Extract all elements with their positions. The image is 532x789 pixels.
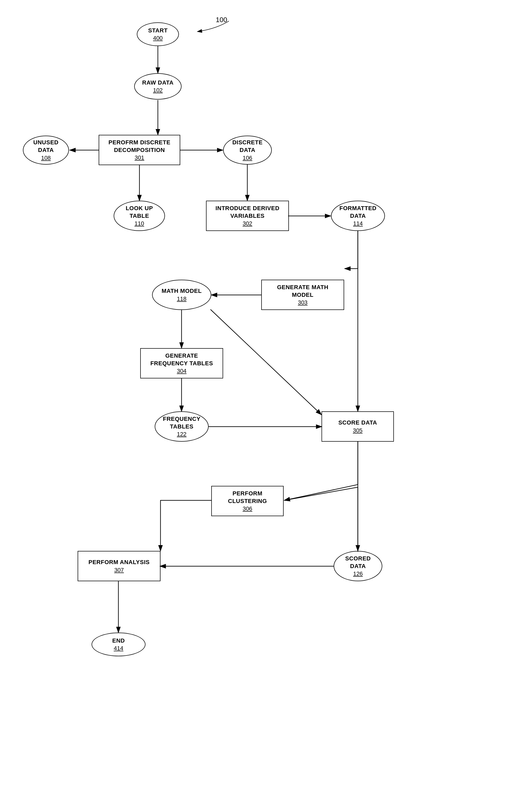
frequency-tables-ref: 122 — [177, 431, 187, 438]
start-node: START 400 — [137, 22, 179, 46]
score-data-ref: 305 — [353, 427, 363, 434]
generate-freq-node: GENERATEFREQUENCY TABLES 304 — [140, 348, 223, 379]
raw-data-node: RAW DATA 102 — [134, 73, 182, 99]
score-data-label: SCORE DATA — [338, 419, 377, 427]
introduce-derived-ref: 302 — [243, 220, 252, 227]
perform-clustering-ref: 306 — [243, 506, 252, 512]
scored-data-node: SCOREDDATA 126 — [334, 551, 382, 581]
end-node: END 414 — [92, 632, 146, 656]
generate-freq-ref: 304 — [177, 368, 187, 374]
raw-data-ref: 102 — [153, 87, 163, 94]
formatted-data-node: FORMATTEDDATA 114 — [331, 201, 385, 231]
discrete-data-label: DISCRETEDATA — [232, 139, 263, 154]
discrete-data-ref: 106 — [243, 154, 252, 162]
generate-math-model-ref: 303 — [298, 299, 308, 306]
generate-math-model-label: GENERATE MATHMODEL — [277, 283, 328, 299]
discrete-data-node: DISCRETEDATA 106 — [223, 135, 272, 165]
scored-data-ref: 126 — [353, 570, 363, 577]
perform-discrete-label: PEROFRM DISCRETEDECOMPOSITION — [108, 139, 170, 154]
look-up-table-ref: 110 — [134, 220, 144, 227]
perform-discrete-node: PEROFRM DISCRETEDECOMPOSITION 301 — [99, 135, 180, 165]
perform-clustering-node: PERFORMCLUSTERING 306 — [211, 486, 284, 516]
formatted-data-label: FORMATTEDDATA — [339, 205, 377, 220]
perform-analysis-label: PERFORM ANALYSIS — [89, 558, 150, 566]
math-model-node: MATH MODEL 118 — [152, 280, 211, 310]
look-up-table-label: LOOK UPTABLE — [126, 205, 153, 220]
formatted-data-ref: 114 — [353, 220, 363, 227]
introduce-derived-label: INTRODUCE DERIVEDVARIABLES — [215, 205, 280, 220]
unused-data-node: UNUSEDDATA 108 — [23, 135, 69, 165]
generate-math-model-node: GENERATE MATHMODEL 303 — [261, 280, 344, 310]
perform-analysis-ref: 307 — [114, 567, 124, 573]
end-ref: 414 — [114, 645, 124, 652]
start-label: START — [148, 27, 168, 35]
frequency-tables-label: FREQUENCYTABLES — [163, 415, 201, 430]
unused-data-ref: 108 — [41, 154, 51, 162]
diagram-ref: 100 — [216, 16, 227, 24]
look-up-table-node: LOOK UPTABLE 110 — [114, 201, 165, 231]
raw-data-label: RAW DATA — [142, 79, 173, 87]
score-data-node: SCORE DATA 305 — [322, 411, 394, 442]
introduce-derived-node: INTRODUCE DERIVEDVARIABLES 302 — [206, 201, 289, 231]
perform-discrete-ref: 301 — [135, 154, 145, 161]
frequency-tables-node: FREQUENCYTABLES 122 — [155, 411, 209, 442]
arrows-layer — [0, 0, 532, 789]
perform-clustering-label: PERFORMCLUSTERING — [228, 490, 267, 505]
flowchart-diagram: 100 — [0, 0, 532, 789]
end-label: END — [112, 637, 125, 645]
math-model-ref: 118 — [177, 295, 187, 302]
scored-data-label: SCOREDDATA — [345, 555, 371, 570]
start-ref: 400 — [153, 35, 163, 42]
perform-analysis-node: PERFORM ANALYSIS 307 — [78, 551, 160, 581]
unused-data-label: UNUSEDDATA — [33, 139, 59, 154]
math-model-label: MATH MODEL — [162, 287, 202, 295]
generate-freq-label: GENERATEFREQUENCY TABLES — [150, 352, 213, 367]
